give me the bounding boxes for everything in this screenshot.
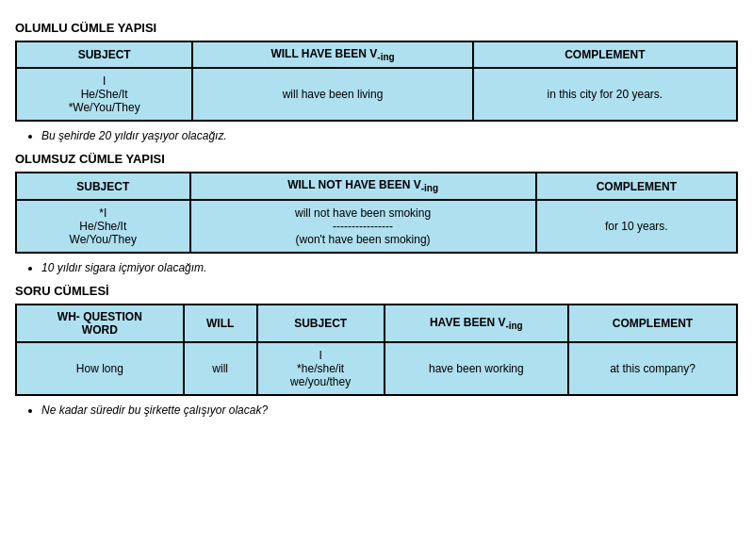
question-header-wh: WH- QUESTIONWORD — [16, 305, 184, 342]
table-header-row: WH- QUESTIONWORD WILL SUBJECT HAVE BEEN … — [16, 305, 737, 342]
negative-note: 10 yıldır sigara içmiyor olacağım. — [41, 261, 738, 274]
positive-header-will: WILL HAVE BEEN V-ing — [192, 41, 472, 68]
question-note: Ne kadar süredir bu şirkette çalışıyor o… — [41, 404, 738, 417]
question-header-complement: COMPLEMENT — [568, 305, 737, 342]
positive-complement-cell: in this city for 20 years. — [473, 68, 737, 121]
positive-table: SUBJECT WILL HAVE BEEN V-ing COMPLEMENT … — [15, 41, 738, 122]
negative-note-text: 10 yıldır sigara içmiyor olacağım. — [41, 261, 738, 274]
negative-header-will-not: WILL NOT HAVE BEEN V-ing — [190, 173, 536, 199]
negative-complement-cell: for 10 years. — [536, 200, 737, 253]
negative-header-complement: COMPLEMENT — [536, 173, 737, 199]
question-header-subject: SUBJECT — [257, 305, 385, 342]
positive-note: Bu şehirde 20 yıldır yaşıyor olacağız. — [41, 129, 738, 142]
question-have-been-cell: have been working — [385, 342, 568, 395]
question-table: WH- QUESTIONWORD WILL SUBJECT HAVE BEEN … — [15, 304, 738, 396]
positive-predicate-cell: will have been living — [192, 68, 472, 121]
question-complement-cell: at this company? — [568, 342, 737, 395]
question-wh-cell: How long — [16, 342, 184, 395]
question-header-have-been: HAVE BEEN V-ing — [385, 305, 568, 342]
negative-predicate-cell: will not have been smoking--------------… — [190, 200, 536, 253]
table-row: IHe/She/It*We/You/They will have been li… — [16, 68, 737, 121]
table-row: *IHe/She/ItWe/You/They will not have bee… — [16, 200, 737, 253]
negative-header-subject: SUBJECT — [16, 173, 190, 199]
question-will-cell: will — [184, 342, 257, 395]
table-row: How long will I*he/she/itwe/you/they hav… — [16, 342, 737, 395]
question-header-will: WILL — [184, 305, 257, 342]
positive-header-subject: SUBJECT — [16, 41, 192, 68]
positive-header-complement: COMPLEMENT — [473, 41, 737, 68]
negative-subject-cell: *IHe/She/ItWe/You/They — [16, 200, 190, 253]
negative-title: OLUMSUZ CÜMLE YAPISI — [15, 152, 738, 166]
positive-note-text: Bu şehirde 20 yıldır yaşıyor olacağız. — [41, 129, 738, 142]
positive-title: OLUMLU CÜMLE YAPISI — [15, 21, 738, 35]
table-header-row: SUBJECT WILL NOT HAVE BEEN V-ing COMPLEM… — [16, 173, 737, 199]
negative-section: OLUMSUZ CÜMLE YAPISI SUBJECT WILL NOT HA… — [15, 152, 738, 273]
negative-table: SUBJECT WILL NOT HAVE BEEN V-ing COMPLEM… — [15, 172, 738, 253]
question-section: SORU CÜMLESİ WH- QUESTIONWORD WILL SUBJE… — [15, 284, 738, 417]
positive-subject-cell: IHe/She/It*We/You/They — [16, 68, 192, 121]
positive-section: OLUMLU CÜMLE YAPISI SUBJECT WILL HAVE BE… — [15, 21, 738, 142]
question-subject-cell: I*he/she/itwe/you/they — [257, 342, 385, 395]
question-note-text: Ne kadar süredir bu şirkette çalışıyor o… — [41, 404, 738, 417]
question-title: SORU CÜMLESİ — [15, 284, 738, 298]
table-header-row: SUBJECT WILL HAVE BEEN V-ing COMPLEMENT — [16, 41, 737, 68]
